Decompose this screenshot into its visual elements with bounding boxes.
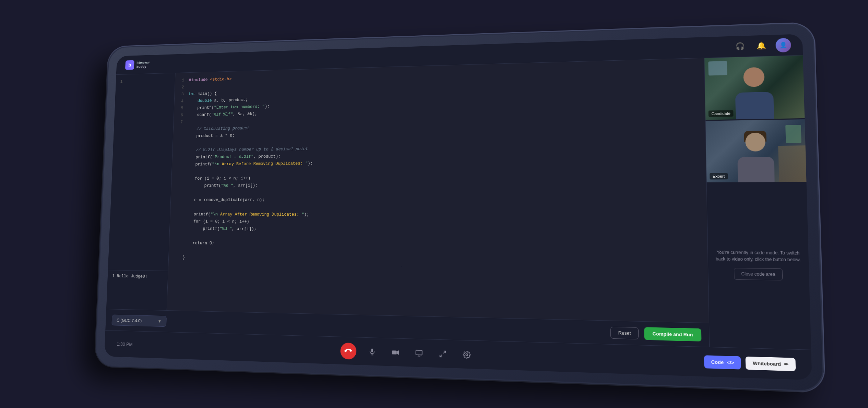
- expert-video: Expert: [705, 118, 806, 182]
- time-display: 1:30 PM: [117, 341, 141, 347]
- left-panel-top: 1: [108, 73, 175, 271]
- expert-body: [737, 157, 774, 182]
- tablet-screen: b interview buddy 🎧 🔔 👤: [104, 34, 812, 380]
- notification-icon[interactable]: 🔔: [754, 39, 768, 52]
- code-line-17: [171, 189, 706, 197]
- mic-button[interactable]: [364, 344, 379, 360]
- code-editor[interactable]: 1 #include <stdio.h> 2 3 int main() {: [167, 58, 709, 323]
- mic-icon: [368, 348, 376, 356]
- logo-name2: buddy: [136, 64, 149, 69]
- code-line-18: n = remove_duplicate(arr, n);: [170, 196, 706, 204]
- code-section: 1 1 Hello Judge0! 1 #include <stdio.: [105, 58, 709, 347]
- room-decor: [708, 61, 727, 76]
- language-selector[interactable]: C (GCC 7.4.0) ▼: [111, 314, 167, 327]
- mode-description: You're currently in code mode. To switch…: [713, 249, 802, 263]
- left-line-number: 1: [120, 79, 122, 84]
- whiteboard-label: Whiteboard: [752, 360, 781, 367]
- expand-button[interactable]: [435, 346, 450, 362]
- code-mode-button[interactable]: Code </>: [704, 355, 741, 369]
- expand-icon: [439, 350, 446, 358]
- code-label: Code: [711, 359, 724, 365]
- logo-text: interview buddy: [136, 61, 149, 69]
- candidate-video: Candidate: [704, 55, 805, 120]
- screen-share-icon: [415, 349, 423, 357]
- dropdown-arrow-icon: ▼: [157, 319, 162, 324]
- language-value: C (GCC 7.4.0): [116, 317, 142, 323]
- whiteboard-button[interactable]: Whiteboard ✏: [746, 357, 796, 371]
- camera-icon: [391, 348, 399, 356]
- bg-bookshelf: [778, 145, 806, 182]
- code-mode-info: You're currently in code mode. To switch…: [706, 182, 811, 350]
- compile-run-button[interactable]: Compile and Run: [644, 327, 701, 341]
- candidate-label: Candidate: [708, 110, 733, 117]
- settings-icon: [463, 350, 471, 358]
- user-avatar[interactable]: 👤: [775, 38, 791, 52]
- close-code-button[interactable]: Close code area: [734, 268, 783, 280]
- svg-point-10: [465, 353, 467, 356]
- right-panel: Candidate Expert: [704, 55, 811, 350]
- end-call-icon: [344, 347, 352, 355]
- output-panel: 1 Hello Judge0!: [106, 270, 168, 310]
- main-content: 1 1 Hello Judge0! 1 #include <stdio.: [105, 55, 811, 350]
- whiteboard-icon: ✏: [784, 361, 788, 367]
- svg-rect-0: [371, 348, 373, 352]
- end-call-button[interactable]: [340, 342, 356, 359]
- svg-marker-4: [396, 350, 399, 355]
- candidate-head: [743, 67, 764, 87]
- logo-icon: b: [125, 60, 134, 70]
- code-line-19: [170, 204, 707, 212]
- top-icons: 🎧 🔔 👤: [733, 38, 791, 53]
- mode-buttons: Code </> Whiteboard ✏: [704, 355, 796, 371]
- svg-rect-3: [392, 350, 396, 355]
- code-brackets-icon: </>: [726, 360, 734, 365]
- logo-area: b interview buddy: [125, 60, 150, 70]
- tablet-device: b interview buddy 🎧 🔔 👤: [95, 23, 824, 392]
- camera-button[interactable]: [388, 345, 403, 360]
- output-line: 1 Hello Judge0!: [112, 274, 163, 279]
- settings-button[interactable]: [459, 347, 474, 363]
- svg-rect-5: [416, 350, 422, 355]
- screen-share-button[interactable]: [411, 345, 426, 361]
- bg-art: [785, 125, 801, 143]
- expert-label: Expert: [709, 173, 727, 179]
- tablet-wrapper: b interview buddy 🎧 🔔 👤: [57, 24, 811, 384]
- left-panel: 1 1 Hello Judge0!: [106, 73, 175, 310]
- bottom-controls: [340, 342, 474, 363]
- candidate-body: [735, 92, 774, 119]
- editor-area: 1 1 Hello Judge0! 1 #include <stdio.: [106, 58, 709, 323]
- expert-head: [745, 133, 765, 152]
- reset-button[interactable]: Reset: [610, 326, 639, 339]
- headphone-icon[interactable]: 🎧: [733, 40, 747, 53]
